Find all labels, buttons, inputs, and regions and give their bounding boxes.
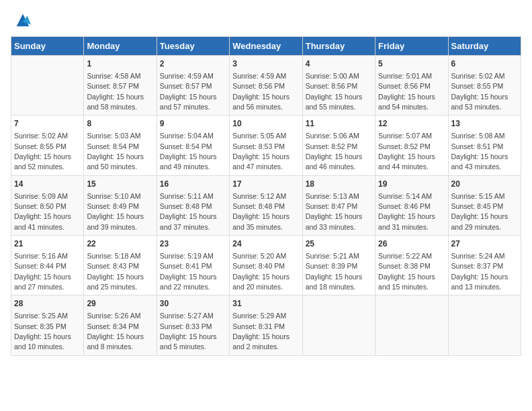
day-number: 8: [87, 118, 153, 130]
calendar-cell: 23Sunrise: 5:19 AM Sunset: 8:41 PM Dayli…: [157, 236, 229, 295]
weekday-header-sunday: Sunday: [11, 37, 84, 56]
day-number: 31: [232, 298, 299, 310]
calendar-cell: 16Sunrise: 5:11 AM Sunset: 8:48 PM Dayli…: [157, 175, 229, 235]
calendar-cell: 5Sunrise: 5:01 AM Sunset: 8:56 PM Daylig…: [375, 56, 448, 116]
day-number: 27: [451, 238, 518, 250]
calendar-cell: 25Sunrise: 5:21 AM Sunset: 8:39 PM Dayli…: [302, 236, 375, 295]
day-info: Sunrise: 5:03 AM Sunset: 8:54 PM Dayligh…: [87, 132, 144, 171]
weekday-header-saturday: Saturday: [448, 37, 521, 56]
day-info: Sunrise: 5:26 AM Sunset: 8:34 PM Dayligh…: [87, 312, 144, 351]
header: [11, 11, 521, 30]
day-info: Sunrise: 5:20 AM Sunset: 8:40 PM Dayligh…: [232, 252, 290, 291]
day-info: Sunrise: 5:16 AM Sunset: 8:44 PM Dayligh…: [14, 252, 71, 291]
day-number: 29: [87, 298, 153, 310]
day-info: Sunrise: 5:13 AM Sunset: 8:47 PM Dayligh…: [306, 192, 363, 231]
calendar-cell: 11Sunrise: 5:06 AM Sunset: 8:52 PM Dayli…: [302, 116, 375, 175]
calendar-week-row: 28Sunrise: 5:25 AM Sunset: 8:35 PM Dayli…: [11, 295, 521, 355]
day-info: Sunrise: 5:04 AM Sunset: 8:54 PM Dayligh…: [160, 132, 217, 171]
day-info: Sunrise: 5:02 AM Sunset: 8:55 PM Dayligh…: [14, 132, 71, 171]
day-info: Sunrise: 5:12 AM Sunset: 8:48 PM Dayligh…: [232, 192, 290, 231]
day-info: Sunrise: 4:58 AM Sunset: 8:57 PM Dayligh…: [87, 72, 144, 111]
day-number: 24: [232, 238, 299, 250]
day-info: Sunrise: 4:59 AM Sunset: 8:56 PM Dayligh…: [232, 72, 290, 111]
day-info: Sunrise: 5:00 AM Sunset: 8:56 PM Dayligh…: [306, 72, 363, 111]
day-number: 11: [306, 118, 372, 130]
calendar-cell: 22Sunrise: 5:18 AM Sunset: 8:43 PM Dayli…: [84, 236, 157, 295]
calendar-cell: 24Sunrise: 5:20 AM Sunset: 8:40 PM Dayli…: [230, 236, 302, 295]
day-info: Sunrise: 5:24 AM Sunset: 8:37 PM Dayligh…: [451, 252, 508, 291]
calendar-cell: 4Sunrise: 5:00 AM Sunset: 8:56 PM Daylig…: [302, 56, 375, 116]
weekday-header-wednesday: Wednesday: [230, 37, 302, 56]
day-info: Sunrise: 5:14 AM Sunset: 8:46 PM Dayligh…: [378, 192, 435, 231]
day-number: 16: [160, 179, 226, 190]
day-number: 18: [306, 179, 372, 190]
calendar-cell: 28Sunrise: 5:25 AM Sunset: 8:35 PM Dayli…: [11, 295, 84, 355]
day-number: 10: [232, 118, 299, 130]
day-info: Sunrise: 5:09 AM Sunset: 8:50 PM Dayligh…: [14, 192, 71, 231]
day-info: Sunrise: 5:29 AM Sunset: 8:31 PM Dayligh…: [232, 312, 290, 351]
calendar-cell: 19Sunrise: 5:14 AM Sunset: 8:46 PM Dayli…: [375, 175, 448, 235]
day-number: 23: [160, 238, 226, 250]
calendar-cell: 29Sunrise: 5:26 AM Sunset: 8:34 PM Dayli…: [84, 295, 157, 355]
calendar-cell: 12Sunrise: 5:07 AM Sunset: 8:52 PM Dayli…: [375, 116, 448, 175]
day-number: 2: [160, 58, 226, 70]
calendar-cell: [302, 295, 375, 355]
calendar-cell: 30Sunrise: 5:27 AM Sunset: 8:33 PM Dayli…: [157, 295, 229, 355]
day-number: 20: [451, 179, 518, 190]
calendar-cell: 27Sunrise: 5:24 AM Sunset: 8:37 PM Dayli…: [448, 236, 521, 295]
day-info: Sunrise: 5:11 AM Sunset: 8:48 PM Dayligh…: [160, 192, 217, 231]
day-info: Sunrise: 5:18 AM Sunset: 8:43 PM Dayligh…: [87, 252, 144, 291]
day-number: 7: [14, 118, 81, 130]
day-number: 22: [87, 238, 153, 250]
day-number: 9: [160, 118, 226, 130]
day-number: 1: [87, 58, 153, 70]
day-info: Sunrise: 5:21 AM Sunset: 8:39 PM Dayligh…: [306, 252, 363, 291]
day-number: 26: [378, 238, 445, 250]
weekday-header-row: SundayMondayTuesdayWednesdayThursdayFrid…: [11, 37, 521, 56]
day-info: Sunrise: 5:15 AM Sunset: 8:45 PM Dayligh…: [451, 192, 508, 231]
day-number: 13: [451, 118, 518, 130]
calendar-cell: 17Sunrise: 5:12 AM Sunset: 8:48 PM Dayli…: [230, 175, 302, 235]
day-info: Sunrise: 5:05 AM Sunset: 8:53 PM Dayligh…: [232, 132, 290, 171]
weekday-header-thursday: Thursday: [302, 37, 375, 56]
calendar-cell: 1Sunrise: 4:58 AM Sunset: 8:57 PM Daylig…: [84, 56, 157, 116]
day-number: 28: [14, 298, 81, 310]
day-number: 5: [378, 58, 445, 70]
day-number: 14: [14, 179, 81, 190]
calendar-week-row: 1Sunrise: 4:58 AM Sunset: 8:57 PM Daylig…: [11, 56, 521, 116]
day-number: 12: [378, 118, 445, 130]
day-info: Sunrise: 5:07 AM Sunset: 8:52 PM Dayligh…: [378, 132, 435, 171]
calendar-cell: 21Sunrise: 5:16 AM Sunset: 8:44 PM Dayli…: [11, 236, 84, 295]
day-info: Sunrise: 5:25 AM Sunset: 8:35 PM Dayligh…: [14, 312, 71, 351]
day-number: 4: [306, 58, 372, 70]
calendar-cell: 26Sunrise: 5:22 AM Sunset: 8:38 PM Dayli…: [375, 236, 448, 295]
weekday-header-friday: Friday: [375, 37, 448, 56]
day-number: 25: [306, 238, 372, 250]
calendar-cell: 14Sunrise: 5:09 AM Sunset: 8:50 PM Dayli…: [11, 175, 84, 235]
day-info: Sunrise: 4:59 AM Sunset: 8:57 PM Dayligh…: [160, 72, 217, 111]
weekday-header-monday: Monday: [84, 37, 157, 56]
calendar-cell: 7Sunrise: 5:02 AM Sunset: 8:55 PM Daylig…: [11, 116, 84, 175]
day-info: Sunrise: 5:19 AM Sunset: 8:41 PM Dayligh…: [160, 252, 217, 291]
day-info: Sunrise: 5:22 AM Sunset: 8:38 PM Dayligh…: [378, 252, 435, 291]
day-number: 30: [160, 298, 226, 310]
day-info: Sunrise: 5:08 AM Sunset: 8:51 PM Dayligh…: [451, 132, 508, 171]
calendar-cell: 8Sunrise: 5:03 AM Sunset: 8:54 PM Daylig…: [84, 116, 157, 175]
day-info: Sunrise: 5:10 AM Sunset: 8:49 PM Dayligh…: [87, 192, 144, 231]
calendar-table: SundayMondayTuesdayWednesdayThursdayFrid…: [11, 36, 521, 356]
calendar-cell: 15Sunrise: 5:10 AM Sunset: 8:49 PM Dayli…: [84, 175, 157, 235]
day-number: 15: [87, 179, 153, 190]
calendar-cell: 6Sunrise: 5:02 AM Sunset: 8:55 PM Daylig…: [448, 56, 521, 116]
day-info: Sunrise: 5:01 AM Sunset: 8:56 PM Dayligh…: [378, 72, 435, 111]
day-info: Sunrise: 5:02 AM Sunset: 8:55 PM Dayligh…: [451, 72, 508, 111]
day-number: 6: [451, 58, 518, 70]
calendar-week-row: 7Sunrise: 5:02 AM Sunset: 8:55 PM Daylig…: [11, 116, 521, 175]
calendar-cell: [448, 295, 521, 355]
calendar-cell: 3Sunrise: 4:59 AM Sunset: 8:56 PM Daylig…: [230, 56, 302, 116]
calendar-cell: 20Sunrise: 5:15 AM Sunset: 8:45 PM Dayli…: [448, 175, 521, 235]
day-info: Sunrise: 5:27 AM Sunset: 8:33 PM Dayligh…: [160, 312, 217, 351]
day-info: Sunrise: 5:06 AM Sunset: 8:52 PM Dayligh…: [306, 132, 363, 171]
calendar-cell: 18Sunrise: 5:13 AM Sunset: 8:47 PM Dayli…: [302, 175, 375, 235]
day-number: 19: [378, 179, 445, 190]
calendar-week-row: 21Sunrise: 5:16 AM Sunset: 8:44 PM Dayli…: [11, 236, 521, 295]
